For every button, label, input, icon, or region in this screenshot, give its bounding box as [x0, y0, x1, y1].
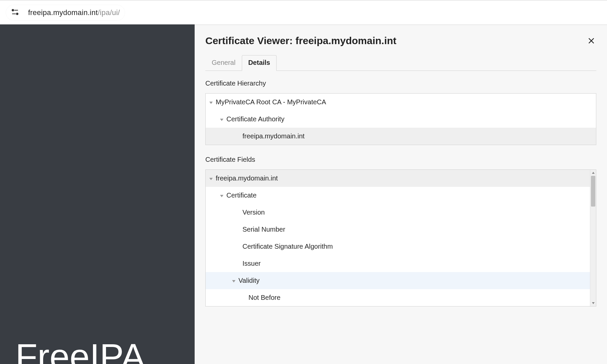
freeipa-logo: FreeIPA [15, 336, 145, 364]
svg-marker-8 [209, 178, 213, 180]
field-item-issuer[interactable]: Issuer [206, 255, 590, 272]
cert-tabs: General Details [205, 55, 596, 71]
field-item-label: Version [242, 209, 265, 216]
field-item-label: Validity [238, 277, 260, 284]
scroll-up-button[interactable] [590, 170, 596, 176]
fields-scrollbar[interactable] [590, 170, 596, 306]
fields-tree: freeipa.mydomain.int Certificate Version… [205, 169, 596, 307]
field-item-validity[interactable]: Validity [206, 272, 590, 289]
scroll-down-button[interactable] [590, 300, 596, 306]
hierarchy-tree: MyPrivateCA Root CA - MyPrivateCA Certif… [205, 93, 596, 145]
field-item-label: Not Before [248, 294, 281, 301]
certificate-viewer-panel: Certificate Viewer: freeipa.mydomain.int… [195, 24, 607, 364]
caret-down-icon [232, 277, 236, 284]
caret-down-icon [209, 174, 213, 182]
svg-marker-9 [220, 195, 223, 197]
field-item-label: Certificate [226, 192, 257, 199]
svg-marker-10 [232, 280, 235, 282]
url-text[interactable]: freeipa.mydomain.int/ipa/ui/ [28, 8, 120, 17]
hierarchy-item-ca[interactable]: Certificate Authority [206, 111, 596, 128]
svg-marker-11 [592, 172, 595, 174]
field-item-host[interactable]: freeipa.mydomain.int [206, 170, 590, 187]
caret-down-icon [209, 98, 213, 106]
svg-marker-6 [209, 102, 213, 104]
svg-marker-12 [592, 302, 595, 304]
chevron-up-icon [592, 171, 595, 174]
hierarchy-item-label: Certificate Authority [226, 115, 284, 123]
hierarchy-item-label: freeipa.mydomain.int [242, 132, 305, 140]
field-item-label: Serial Number [242, 226, 285, 233]
close-button[interactable] [586, 36, 596, 46]
hierarchy-item-label: MyPrivateCA Root CA - MyPrivateCA [216, 98, 326, 106]
url-domain: freeipa.mydomain.int [28, 8, 98, 17]
svg-point-2 [16, 13, 18, 15]
field-item-not-before[interactable]: Not Before [206, 289, 590, 306]
scroll-track[interactable] [590, 176, 596, 300]
cert-viewer-header: Certificate Viewer: freeipa.mydomain.int [205, 35, 596, 46]
caret-down-icon [220, 115, 224, 123]
scroll-thumb[interactable] [591, 176, 595, 207]
content-area: FreeIPA Certificate Viewer: freeipa.mydo… [0, 24, 607, 364]
field-item-certificate[interactable]: Certificate [206, 187, 590, 204]
background-panel: FreeIPA [0, 24, 195, 364]
tab-details[interactable]: Details [242, 55, 277, 71]
hierarchy-item-leaf[interactable]: freeipa.mydomain.int [206, 128, 596, 145]
svg-marker-7 [220, 119, 223, 121]
field-item-signature-algorithm[interactable]: Certificate Signature Algorithm [206, 238, 590, 255]
browser-address-bar: freeipa.mydomain.int/ipa/ui/ [0, 0, 607, 24]
fields-section-title: Certificate Fields [205, 156, 596, 163]
field-item-version[interactable]: Version [206, 204, 590, 221]
svg-point-0 [12, 9, 14, 11]
field-item-label: Certificate Signature Algorithm [242, 243, 333, 250]
caret-down-icon [220, 192, 224, 199]
hierarchy-section-title: Certificate Hierarchy [205, 80, 596, 87]
field-item-serial-number[interactable]: Serial Number [206, 221, 590, 238]
cert-title-prefix: Certificate Viewer: [205, 35, 296, 46]
tab-general[interactable]: General [205, 55, 242, 71]
site-info-icon[interactable] [11, 8, 19, 18]
url-container[interactable]: freeipa.mydomain.int/ipa/ui/ [6, 5, 125, 20]
url-path: /ipa/ui/ [98, 8, 120, 17]
hierarchy-item-root-ca[interactable]: MyPrivateCA Root CA - MyPrivateCA [206, 94, 596, 111]
field-item-label: Issuer [242, 260, 261, 267]
cert-title-host: freeipa.mydomain.int [296, 35, 397, 46]
chevron-down-icon [592, 302, 595, 305]
cert-viewer-title: Certificate Viewer: freeipa.mydomain.int [205, 35, 396, 46]
field-item-label: freeipa.mydomain.int [216, 174, 278, 182]
close-icon [588, 37, 595, 44]
